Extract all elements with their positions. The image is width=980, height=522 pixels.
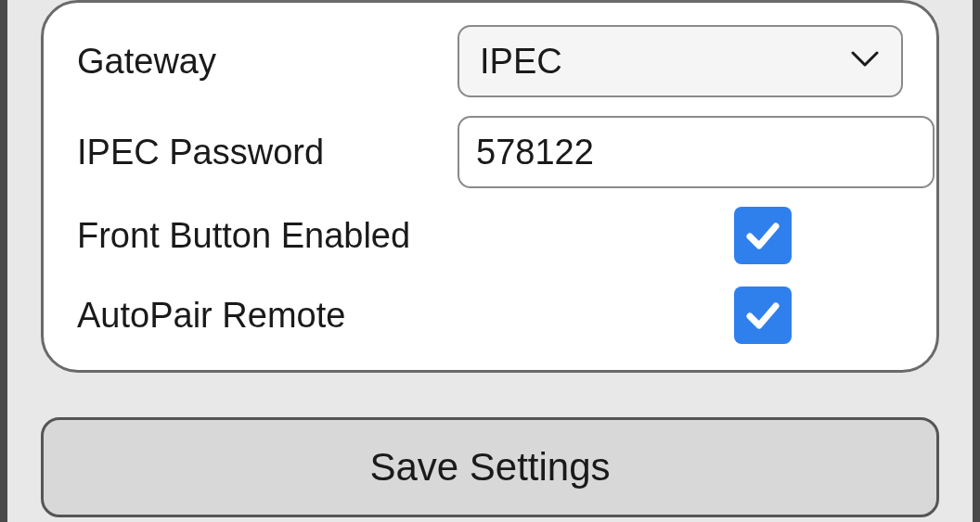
settings-panel: Gateway IPEC IPEC Password [41,0,939,373]
password-row: IPEC Password [77,116,903,188]
autopair-checkbox[interactable] [734,286,792,344]
checkmark-icon [742,295,783,336]
front-button-checkbox-wrapper [734,207,792,264]
autopair-label: AutoPair Remote [77,296,734,336]
save-settings-button[interactable]: Save Settings [41,417,939,517]
front-button-checkbox[interactable] [734,207,792,264]
autopair-row: AutoPair Remote [77,286,903,344]
password-input[interactable] [458,116,935,188]
checkmark-icon [742,215,783,256]
gateway-select[interactable]: IPEC [458,25,903,97]
gateway-select-wrapper: IPEC [458,25,903,97]
front-button-row: Front Button Enabled [77,207,903,264]
gateway-label: Gateway [77,42,458,82]
front-button-label: Front Button Enabled [77,216,734,256]
autopair-checkbox-wrapper [734,286,792,344]
gateway-row: Gateway IPEC [77,25,903,97]
password-label: IPEC Password [77,133,458,172]
